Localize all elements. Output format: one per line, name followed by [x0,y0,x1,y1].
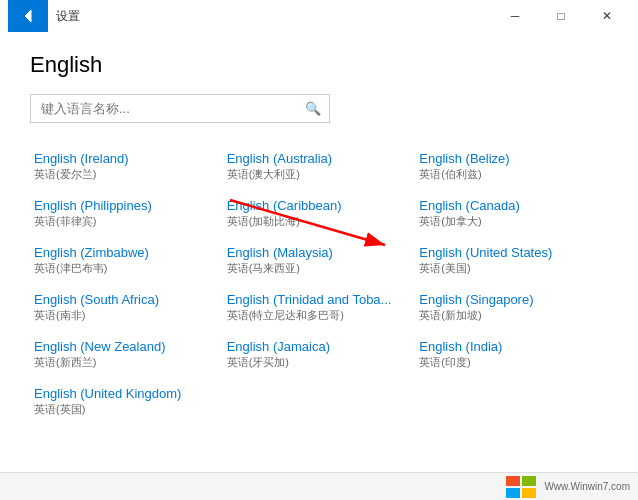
lang-sub: 英语(加勒比海) [227,214,412,229]
list-item[interactable]: English (Australia)英语(澳大利亚) [223,143,416,190]
list-item[interactable]: English (Ireland)英语(爱尔兰) [30,143,223,190]
content-area: English 🔍 English (Ireland)英语(爱尔兰)Englis… [0,32,638,472]
lang-sub: 英语(菲律宾) [34,214,219,229]
search-input[interactable] [31,95,297,122]
list-item[interactable]: English (Jamaica)英语(牙买加) [223,331,416,378]
lang-name: English (South Africa) [34,292,219,307]
minimize-button[interactable]: ─ [492,0,538,32]
lang-name: English (India) [419,339,604,354]
svg-rect-1 [506,476,520,486]
list-item[interactable]: English (Trinidad and Toba...英语(特立尼达和多巴哥… [223,284,416,331]
title-bar: 设置 ─ □ ✕ [0,0,638,32]
list-item[interactable]: English (Philippines)英语(菲律宾) [30,190,223,237]
watermark-text: Www.Winwin7.com [544,481,630,492]
list-item[interactable]: English (United Kingdom)英语(英国) [30,378,223,425]
list-item[interactable]: English (United States)英语(美国) [415,237,608,284]
lang-sub: 英语(牙买加) [227,355,412,370]
svg-marker-0 [25,10,31,22]
lang-name: English (Belize) [419,151,604,166]
svg-rect-4 [522,488,536,498]
lang-name: English (United Kingdom) [34,386,219,401]
lang-sub: 英语(伯利兹) [419,167,604,182]
lang-sub: 英语(印度) [419,355,604,370]
maximize-button[interactable]: □ [538,0,584,32]
svg-rect-3 [506,488,520,498]
lang-sub: 英语(特立尼达和多巴哥) [227,308,412,323]
lang-sub: 英语(津巴布韦) [34,261,219,276]
list-item[interactable]: English (New Zealand)英语(新西兰) [30,331,223,378]
window-controls: ─ □ ✕ [492,0,630,32]
lang-sub: 英语(南非) [34,308,219,323]
lang-name: English (Australia) [227,151,412,166]
lang-name: English (Malaysia) [227,245,412,260]
lang-sub: 英语(美国) [419,261,604,276]
page-title: English [30,52,608,78]
lang-name: English (New Zealand) [34,339,219,354]
lang-sub: 英语(加拿大) [419,214,604,229]
search-box[interactable]: 🔍 [30,94,330,123]
lang-name: English (Philippines) [34,198,219,213]
languages-grid: English (Ireland)英语(爱尔兰)English (Austral… [30,143,608,425]
list-item[interactable]: English (Canada)英语(加拿大) [415,190,608,237]
lang-sub: 英语(马来西亚) [227,261,412,276]
bottom-bar: Www.Winwin7.com [0,472,638,500]
lang-name: English (Singapore) [419,292,604,307]
close-button[interactable]: ✕ [584,0,630,32]
list-item[interactable]: English (Malaysia)英语(马来西亚) [223,237,416,284]
site-logo-icon [506,476,538,498]
list-item[interactable]: English (Zimbabwe)英语(津巴布韦) [30,237,223,284]
list-item[interactable]: English (Singapore)英语(新加坡) [415,284,608,331]
list-item[interactable]: English (Belize)英语(伯利兹) [415,143,608,190]
lang-name: English (Zimbabwe) [34,245,219,260]
lang-sub: 英语(新加坡) [419,308,604,323]
back-button[interactable] [8,0,48,32]
lang-name: English (United States) [419,245,604,260]
lang-name: English (Jamaica) [227,339,412,354]
lang-name: English (Canada) [419,198,604,213]
lang-sub: 英语(澳大利亚) [227,167,412,182]
window-title: 设置 [48,8,492,25]
list-item[interactable]: English (India)英语(印度) [415,331,608,378]
svg-rect-2 [522,476,536,486]
lang-name: English (Trinidad and Toba... [227,292,412,307]
watermark-area: Www.Winwin7.com [506,476,630,498]
lang-sub: 英语(新西兰) [34,355,219,370]
lang-name: English (Ireland) [34,151,219,166]
list-item[interactable]: English (Caribbean)英语(加勒比海) [223,190,416,237]
lang-name: English (Caribbean) [227,198,412,213]
search-icon: 🔍 [297,95,329,122]
lang-sub: 英语(英国) [34,402,219,417]
list-item[interactable]: English (South Africa)英语(南非) [30,284,223,331]
lang-sub: 英语(爱尔兰) [34,167,219,182]
